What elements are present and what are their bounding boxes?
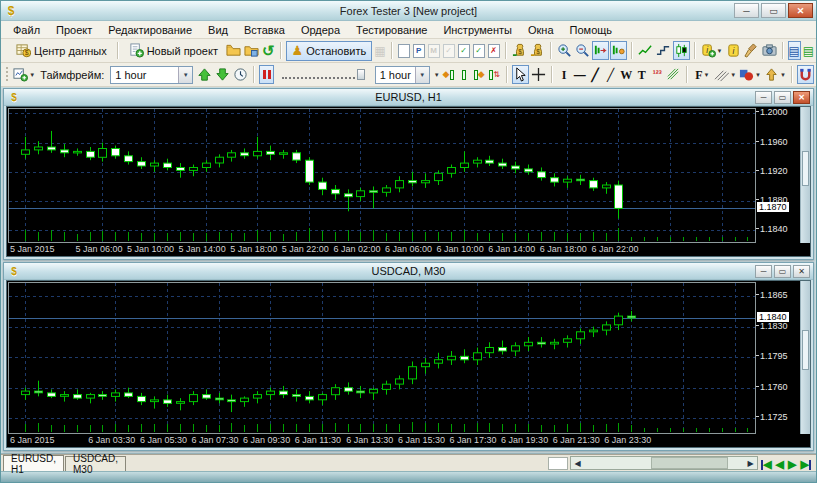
menu-item-orders[interactable]: Ордера (293, 23, 348, 37)
data-center-button[interactable]: $ Центр данных (10, 41, 113, 61)
menu-item-help[interactable]: Помощь (562, 23, 621, 37)
chart-canvas[interactable] (9, 283, 755, 433)
chart-close-button[interactable]: ✕ (793, 265, 810, 278)
restart-icon[interactable]: ↺ (261, 41, 276, 60)
menu-item-edit[interactable]: Редактирование (100, 23, 200, 37)
hline-icon[interactable]: — (572, 65, 587, 84)
last-tab-button[interactable]: ▶ (801, 459, 811, 470)
chart-close-button[interactable]: ✕ (793, 91, 810, 104)
open-project-icon[interactable] (225, 41, 242, 60)
speed-select[interactable]: 1 hour ▼ (375, 66, 430, 84)
chart-tab-usdcad-m30[interactable]: USDCAD, M30 (65, 456, 126, 471)
menu-item-view[interactable]: Вид (200, 23, 236, 37)
chart-window-titlebar[interactable]: $ EURUSD, H1 ─ ▭ ✕ (4, 89, 813, 106)
strategy-m-icon[interactable]: M (427, 41, 441, 60)
deposit-icon[interactable]: $ (511, 41, 528, 60)
window-titlebar[interactable]: $ Forex Tester 3 [New project] ─ ▭ ✕ (1, 1, 816, 21)
menu-item-windows[interactable]: Окна (520, 23, 562, 37)
step-chart-icon[interactable] (655, 41, 672, 60)
clock-icon[interactable] (232, 65, 249, 84)
arrows-icon[interactable]: ▼ (763, 65, 787, 84)
chart-tab-eurusd-h1[interactable]: EURUSD, H1 (3, 455, 64, 471)
first-tab-button[interactable]: ◀ (761, 459, 771, 470)
shapes-icon[interactable]: ▼ (738, 65, 762, 84)
close-button[interactable]: ✕ (788, 3, 813, 18)
chart-minimize-button[interactable]: ─ (755, 91, 772, 104)
toolbar-grip[interactable] (6, 67, 8, 83)
chart-maximize-button[interactable]: ▭ (774, 265, 791, 278)
stop-test-button[interactable]: ♟ Остановить (286, 41, 373, 61)
data-window-icon[interactable]: ▤ (788, 41, 801, 60)
menu-item-file[interactable]: Файл (5, 23, 48, 37)
ray-icon[interactable]: ╱ (603, 65, 618, 84)
chart-shift-icon[interactable] (610, 41, 627, 60)
prev-tab-button[interactable]: ◀ (776, 459, 784, 470)
chevron-down-icon[interactable]: ▼ (434, 72, 440, 78)
zoom-out-icon[interactable] (574, 41, 591, 60)
new-strategy-icon[interactable] (397, 41, 411, 60)
crosshair-icon[interactable] (530, 65, 547, 84)
channels-icon[interactable]: ▼ (713, 65, 737, 84)
cursor-icon[interactable] (512, 65, 529, 84)
save-project-icon[interactable] (243, 41, 260, 60)
new-chart-icon[interactable]: ▼ (12, 65, 36, 84)
step-candle-icon[interactable] (456, 65, 471, 84)
line-chart-icon[interactable] (637, 41, 654, 60)
strategy-x-icon[interactable]: ✗ (487, 41, 501, 60)
scrollbar-thumb[interactable] (802, 330, 809, 370)
fibo-icon[interactable]: ¹²³ (650, 65, 665, 84)
magnet-icon[interactable] (797, 65, 814, 84)
add-indicator-icon[interactable]: i▼ (700, 41, 724, 60)
minimize-button[interactable]: ─ (734, 3, 759, 18)
chart-minimize-button[interactable]: ─ (755, 265, 772, 278)
scrollbar-thumb[interactable] (802, 151, 809, 186)
vertical-scrollbar[interactable] (800, 107, 810, 243)
menu-item-insert[interactable]: Вставка (236, 23, 293, 37)
step-tick-icon[interactable]: ⇅ (487, 65, 502, 84)
maximize-button[interactable]: ▭ (761, 3, 786, 18)
autoscroll-icon[interactable] (592, 41, 609, 60)
step-back-candle-icon[interactable]: ◆ (441, 65, 456, 84)
step-forward-candle-icon[interactable]: ◆ (472, 65, 487, 84)
elliott-icon[interactable] (665, 65, 682, 84)
pause-button[interactable] (259, 65, 274, 84)
chart-window-eurusd-h1[interactable]: $ EURUSD, H1 ─ ▭ ✕ 1.20001.19601.19201.1… (3, 88, 814, 260)
vline-icon[interactable]: I (557, 65, 572, 84)
menu-item-testing[interactable]: Тестирование (348, 23, 435, 37)
trendline-icon[interactable]: ╱ (588, 65, 603, 84)
screenshot-icon[interactable] (761, 41, 778, 60)
indicator-info-icon[interactable]: i (725, 41, 742, 60)
vertical-scrollbar[interactable] (800, 281, 810, 434)
clear-icon[interactable] (743, 41, 760, 60)
withdraw-icon[interactable]: $ (529, 41, 546, 60)
scroll-right-icon[interactable]: ▶ (744, 459, 757, 468)
strategy-check2-icon[interactable]: ✓ (457, 41, 471, 60)
scrollbar-thumb[interactable] (651, 457, 728, 469)
chart-maximize-button[interactable]: ▭ (774, 91, 791, 104)
horizontal-scrollbar[interactable]: ◀ ▶ (570, 456, 758, 470)
text-tool-icon[interactable]: T (634, 65, 649, 84)
timeframe-down-icon[interactable] (214, 65, 231, 84)
chart-plot-area[interactable] (8, 282, 756, 434)
fibo-group-icon[interactable]: F▼ (692, 65, 712, 84)
zoom-in-icon[interactable] (556, 41, 573, 60)
strategy-check3-icon[interactable]: ✓ (472, 41, 486, 60)
chart-window-usdcad-m30[interactable]: $ USDCAD, M30 ─ ▭ ✕ 1.18651.18301.17951.… (3, 262, 814, 451)
strategy-p-icon[interactable]: P (412, 41, 426, 60)
symbol-list-icon[interactable]: ▤ (802, 41, 815, 60)
strategy-check-icon[interactable]: ✓ (442, 41, 456, 60)
chart-window-titlebar[interactable]: $ USDCAD, M30 ─ ▭ ✕ (4, 263, 813, 280)
candle-chart-icon[interactable] (673, 41, 690, 60)
next-tab-button[interactable]: ▶ (788, 459, 796, 470)
menu-item-tools[interactable]: Инструменты (435, 23, 520, 37)
chart-canvas[interactable] (9, 109, 755, 242)
scroll-left-icon[interactable]: ◀ (571, 459, 584, 468)
step-forward-icon[interactable]: ▦ (373, 41, 386, 60)
scrollbar-track[interactable] (584, 457, 744, 469)
chart-plot-area[interactable] (8, 108, 756, 243)
timeframe-up-icon[interactable] (196, 65, 213, 84)
wave-mark-icon[interactable]: W (619, 65, 634, 84)
timeframe-select[interactable]: 1 hour ▼ (110, 66, 193, 84)
speed-slider[interactable] (280, 67, 367, 83)
new-project-button[interactable]: Новый проект (123, 41, 224, 61)
